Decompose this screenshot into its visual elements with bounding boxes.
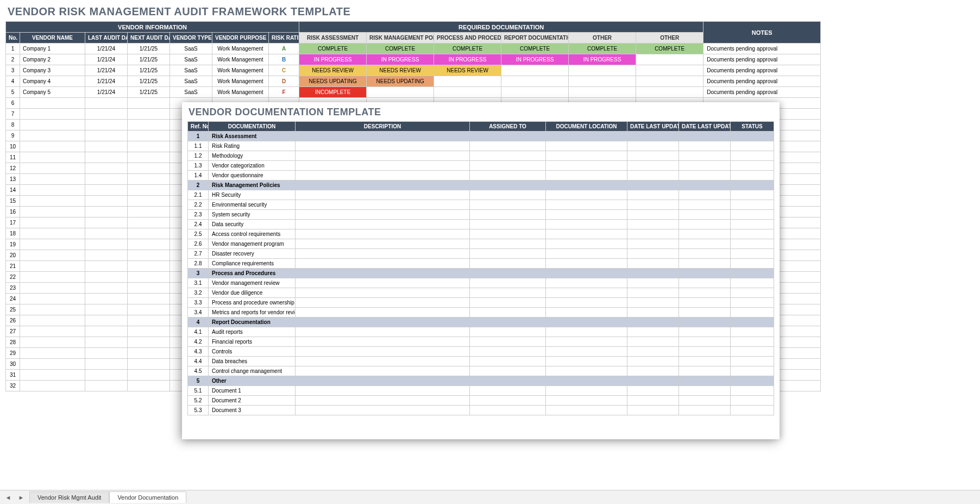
- empty-cell[interactable]: [85, 304, 128, 315]
- empty-cell[interactable]: [128, 141, 170, 152]
- empty-cell[interactable]: [85, 141, 128, 152]
- empty-cell[interactable]: [20, 98, 85, 109]
- description-cell[interactable]: [296, 132, 470, 141]
- assigned-to-cell[interactable]: [470, 386, 546, 396]
- document-location-cell[interactable]: [546, 357, 627, 366]
- last-audit-cell[interactable]: 1/21/24: [85, 87, 128, 98]
- assigned-to-cell[interactable]: [470, 259, 546, 269]
- empty-cell[interactable]: [20, 315, 85, 326]
- doc-status-cell[interactable]: COMPLETE: [299, 43, 367, 54]
- empty-cell[interactable]: [128, 217, 170, 228]
- description-cell[interactable]: [296, 298, 470, 308]
- ref-no-cell[interactable]: 3.1: [188, 278, 209, 288]
- empty-cell[interactable]: [128, 207, 170, 217]
- assigned-to-cell[interactable]: [470, 229, 546, 239]
- date-updated-cell[interactable]: [679, 132, 731, 141]
- empty-cell[interactable]: [20, 381, 85, 391]
- date-updated-cell[interactable]: [627, 357, 679, 366]
- documentation-cell[interactable]: Process and Procedures: [209, 269, 296, 278]
- ref-no-cell[interactable]: 1.3: [188, 161, 209, 171]
- empty-cell[interactable]: [85, 196, 128, 207]
- vendor-type-cell[interactable]: SaaS: [170, 54, 212, 65]
- empty-cell[interactable]: [20, 272, 85, 283]
- ref-no-cell[interactable]: 5: [188, 376, 209, 386]
- ref-no-cell[interactable]: 4: [188, 318, 209, 327]
- empty-cell[interactable]: [128, 348, 170, 359]
- empty-cell[interactable]: [85, 326, 128, 337]
- date-updated-cell[interactable]: [627, 298, 679, 308]
- status-cell[interactable]: [731, 366, 774, 376]
- document-location-cell[interactable]: [546, 151, 627, 161]
- documentation-cell[interactable]: Data breaches: [209, 357, 296, 366]
- ref-no-cell[interactable]: 2.4: [188, 220, 209, 229]
- empty-cell[interactable]: [85, 152, 128, 163]
- documentation-cell[interactable]: Vendor due diligence: [209, 288, 296, 298]
- doc-status-cell[interactable]: COMPLETE: [636, 43, 703, 54]
- date-updated-cell[interactable]: [679, 318, 731, 327]
- date-updated-cell[interactable]: [679, 278, 731, 288]
- assigned-to-cell[interactable]: [470, 406, 546, 415]
- doc-status-cell[interactable]: COMPLETE: [367, 43, 434, 54]
- ref-no-cell[interactable]: 2.3: [188, 210, 209, 220]
- status-cell[interactable]: [731, 376, 774, 386]
- risk-rating-cell[interactable]: C: [269, 65, 299, 76]
- vendor-name-cell[interactable]: Company 1: [20, 43, 85, 54]
- date-updated-cell[interactable]: [627, 366, 679, 376]
- documentation-cell[interactable]: Other: [209, 376, 296, 386]
- description-cell[interactable]: [296, 181, 470, 190]
- status-cell[interactable]: [731, 357, 774, 366]
- next-audit-cell[interactable]: 1/21/25: [128, 76, 170, 87]
- ref-no-cell[interactable]: 1.2: [188, 151, 209, 161]
- document-location-cell[interactable]: [546, 132, 627, 141]
- document-location-cell[interactable]: [546, 210, 627, 220]
- doc-status-cell[interactable]: IN PROGRESS: [299, 54, 367, 65]
- ref-no-cell[interactable]: 2.8: [188, 259, 209, 269]
- documentation-cell[interactable]: Methodology: [209, 151, 296, 161]
- description-cell[interactable]: [296, 376, 470, 386]
- empty-cell[interactable]: [85, 174, 128, 185]
- description-cell[interactable]: [296, 249, 470, 259]
- date-updated-cell[interactable]: [679, 376, 731, 386]
- date-updated-cell[interactable]: [627, 132, 679, 141]
- documentation-cell[interactable]: Vendor categorization: [209, 161, 296, 171]
- empty-cell[interactable]: [128, 294, 170, 304]
- documentation-cell[interactable]: Risk Rating: [209, 141, 296, 151]
- empty-cell[interactable]: [128, 120, 170, 130]
- document-location-cell[interactable]: [546, 376, 627, 386]
- date-updated-cell[interactable]: [627, 288, 679, 298]
- empty-cell[interactable]: [85, 98, 128, 109]
- document-location-cell[interactable]: [546, 366, 627, 376]
- doc-status-cell[interactable]: [636, 65, 703, 76]
- status-cell[interactable]: [731, 151, 774, 161]
- assigned-to-cell[interactable]: [470, 200, 546, 210]
- empty-cell[interactable]: [85, 348, 128, 359]
- document-location-cell[interactable]: [546, 259, 627, 269]
- date-updated-cell[interactable]: [679, 200, 731, 210]
- status-cell[interactable]: [731, 229, 774, 239]
- empty-cell[interactable]: [20, 141, 85, 152]
- document-location-cell[interactable]: [546, 229, 627, 239]
- status-cell[interactable]: [731, 200, 774, 210]
- date-updated-cell[interactable]: [627, 327, 679, 337]
- assigned-to-cell[interactable]: [470, 376, 546, 386]
- document-location-cell[interactable]: [546, 386, 627, 396]
- date-updated-cell[interactable]: [627, 171, 679, 181]
- date-updated-cell[interactable]: [679, 337, 731, 347]
- status-cell[interactable]: [731, 171, 774, 181]
- doc-status-cell[interactable]: [501, 76, 569, 87]
- next-audit-cell[interactable]: 1/21/25: [128, 43, 170, 54]
- assigned-to-cell[interactable]: [470, 318, 546, 327]
- vendor-type-cell[interactable]: SaaS: [170, 65, 212, 76]
- description-cell[interactable]: [296, 220, 470, 229]
- description-cell[interactable]: [296, 210, 470, 220]
- documentation-cell[interactable]: Document 3: [209, 406, 296, 415]
- documentation-cell[interactable]: Compliance requirements: [209, 259, 296, 269]
- ref-no-cell[interactable]: 2.2: [188, 200, 209, 210]
- assigned-to-cell[interactable]: [470, 181, 546, 190]
- date-updated-cell[interactable]: [679, 141, 731, 151]
- next-audit-cell[interactable]: 1/21/25: [128, 65, 170, 76]
- doc-status-cell[interactable]: [434, 87, 501, 98]
- date-updated-cell[interactable]: [679, 151, 731, 161]
- assigned-to-cell[interactable]: [470, 151, 546, 161]
- assigned-to-cell[interactable]: [470, 396, 546, 406]
